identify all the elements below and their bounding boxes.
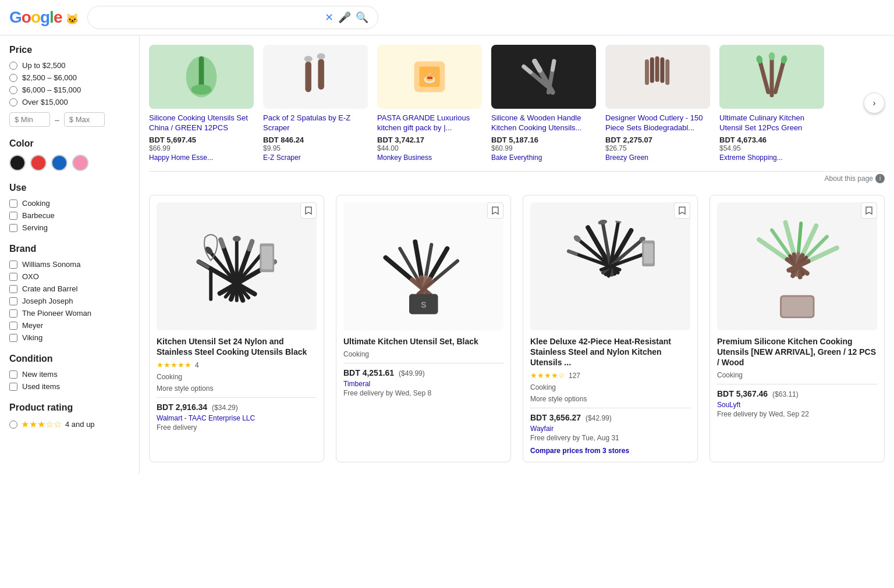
product-category-4: Cooking: [717, 371, 877, 379]
price-min-input[interactable]: [9, 112, 50, 127]
product-seller-2[interactable]: Timberal: [343, 380, 503, 388]
sidebar: Price Up to $2,500 $2,500 – $6,000 $6,00…: [0, 35, 140, 474]
price-range-inputs: –: [9, 112, 130, 127]
mic-button[interactable]: 🎤: [338, 11, 351, 24]
search-input[interactable]: kitchen utensils: [97, 12, 320, 23]
use-checkbox-cooking[interactable]: [9, 199, 17, 208]
brand-label-williams: Williams Sonoma: [22, 260, 80, 269]
color-swatch-black[interactable]: [9, 155, 26, 171]
scroll-right-arrow[interactable]: ›: [864, 92, 885, 113]
top-product-seller-1: Happy Home Esse...: [149, 154, 254, 162]
brand-checkbox-meyer[interactable]: [9, 322, 17, 330]
use-option-cooking[interactable]: Cooking: [9, 199, 130, 208]
use-option-barbecue[interactable]: Barbecue: [9, 211, 130, 220]
price-option-4[interactable]: Over $15,000: [9, 98, 130, 106]
price-option-2[interactable]: $2,500 – $6,000: [9, 73, 130, 82]
color-swatch-red[interactable]: [30, 155, 47, 171]
product-title-4: Premium Silicone Kitchen Cooking Utensil…: [717, 336, 877, 368]
brand-option-meyer[interactable]: Meyer: [9, 321, 130, 330]
product-card-4[interactable]: Premium Silicone Kitchen Cooking Utensil…: [709, 195, 885, 463]
use-checkbox-serving[interactable]: [9, 224, 17, 232]
price-max-input[interactable]: [64, 112, 105, 127]
price-radio-3[interactable]: [9, 86, 17, 94]
brand-option-joseph[interactable]: Joseph Joseph: [9, 297, 130, 305]
brand-label-joseph: Joseph Joseph: [22, 297, 73, 305]
product-image-3: [530, 202, 690, 330]
brand-option-crate[interactable]: Crate and Barrel: [9, 284, 130, 293]
rating-filter-title: Product rating: [9, 402, 130, 413]
top-product-title-1: Silicone Cooking Utensils Set China / GR…: [149, 113, 254, 133]
condition-option-new[interactable]: New items: [9, 370, 130, 379]
info-icon[interactable]: i: [875, 174, 885, 183]
top-product-card-3[interactable]: 🍝 PASTA GRANDE Luxurious kitchen gift pa…: [377, 45, 482, 162]
product-rating-3: ★★★★☆ 127: [530, 371, 690, 380]
use-checkbox-barbecue[interactable]: [9, 212, 17, 220]
product-price-usd-4: ($63.11): [772, 390, 799, 398]
use-label-barbecue: Barbecue: [22, 211, 55, 220]
svg-rect-59: [566, 249, 579, 256]
bookmark-button-2[interactable]: [487, 202, 503, 219]
svg-point-6: [317, 54, 325, 60]
price-option-1[interactable]: Up to $2,500: [9, 61, 130, 70]
top-product-card-2[interactable]: Pack of 2 Spatulas by E-Z Scraper BDT 84…: [263, 45, 368, 162]
price-label-2: $2,500 – $6,000: [22, 73, 77, 82]
price-separator: –: [55, 115, 59, 124]
brand-checkbox-williams[interactable]: [9, 261, 17, 269]
logo-cat-icon: 🐱: [66, 13, 78, 25]
brand-checkbox-crate[interactable]: [9, 285, 17, 293]
brand-option-oxo[interactable]: OXO: [9, 272, 130, 281]
product-compare-3[interactable]: Compare prices from 3 stores: [530, 447, 690, 455]
product-seller-1[interactable]: Walmart - TAAC Enterprise LLC: [157, 414, 317, 422]
use-option-serving[interactable]: Serving: [9, 223, 130, 232]
product-seller-3[interactable]: Wayfair: [530, 425, 690, 433]
brand-option-williams[interactable]: Williams Sonoma: [9, 260, 130, 269]
brand-option-pioneer[interactable]: The Pioneer Woman: [9, 309, 130, 318]
top-product-price-main-3: BDT 3,742.17: [377, 136, 482, 144]
product-card-2[interactable]: S Ultimate Kitchen Utensil Set, Black Co…: [336, 195, 511, 463]
brand-checkbox-viking[interactable]: [9, 334, 17, 342]
product-card-3[interactable]: Klee Deluxe 42-Piece Heat-Resistant Stai…: [523, 195, 698, 463]
product-seller-4[interactable]: SouLyft: [717, 401, 877, 409]
brand-checkbox-joseph[interactable]: [9, 297, 17, 305]
bookmark-button-1[interactable]: [300, 202, 317, 219]
svg-rect-88: [782, 297, 813, 316]
condition-checkbox-new[interactable]: [9, 370, 17, 379]
clear-button[interactable]: ✕: [325, 11, 334, 24]
price-option-3[interactable]: $6,000 – $15,000: [9, 85, 130, 94]
top-product-seller-6: Extreme Shopping...: [719, 154, 824, 162]
price-radio-2[interactable]: [9, 74, 17, 82]
top-product-card-6[interactable]: Ultimate Culinary Kitchen Utensil Set 12…: [719, 45, 824, 162]
top-product-card-4[interactable]: Silicone & Wooden Handle Kitchen Cooking…: [491, 45, 596, 162]
price-radio-4[interactable]: [9, 98, 17, 106]
product-image-2: S: [343, 202, 503, 330]
condition-checkbox-used[interactable]: [9, 383, 17, 391]
rating-count-3: 127: [569, 372, 580, 380]
product-title-1: Kitchen Utensil Set 24 Nylon and Stainle…: [157, 336, 317, 357]
top-product-price-main-6: BDT 4,673.46: [719, 136, 824, 144]
lens-button[interactable]: 🔍: [356, 11, 368, 24]
color-swatch-pink[interactable]: [72, 155, 88, 171]
price-radio-1[interactable]: [9, 62, 17, 70]
product-category-2: Cooking: [343, 350, 503, 358]
condition-label-new: New items: [22, 370, 58, 379]
svg-rect-13: [550, 59, 556, 72]
search-bar: kitchen utensils ✕ 🎤 🔍: [87, 6, 378, 29]
color-swatch-blue[interactable]: [51, 155, 68, 171]
top-product-card-5[interactable]: Designer Wood Cutlery - 150 Piece Sets B…: [605, 45, 710, 162]
product-card-1[interactable]: Kitchen Utensil Set 24 Nylon and Stainle…: [149, 195, 324, 463]
price-label-1: Up to $2,500: [22, 61, 65, 70]
brand-option-viking[interactable]: Viking: [9, 333, 130, 342]
brand-checkbox-oxo[interactable]: [9, 273, 17, 281]
bookmark-button-4[interactable]: [861, 202, 877, 219]
rating-radio-4up[interactable]: [9, 420, 17, 429]
top-product-card-1[interactable]: Silicone Cooking Utensils Set China / GR…: [149, 45, 254, 162]
brand-label-meyer: Meyer: [22, 321, 43, 330]
condition-option-used[interactable]: Used items: [9, 382, 130, 391]
rating-option-4up[interactable]: ★★★☆☆ 4 and up: [9, 419, 130, 430]
svg-rect-1: [199, 56, 204, 87]
brand-checkbox-pioneer[interactable]: [9, 309, 17, 318]
product-price-usd-1: ($34.29): [212, 404, 238, 412]
bookmark-button-3[interactable]: [674, 202, 690, 219]
use-filter-title: Use: [9, 183, 130, 193]
top-product-title-3: PASTA GRANDE Luxurious kitchen gift pack…: [377, 113, 482, 133]
